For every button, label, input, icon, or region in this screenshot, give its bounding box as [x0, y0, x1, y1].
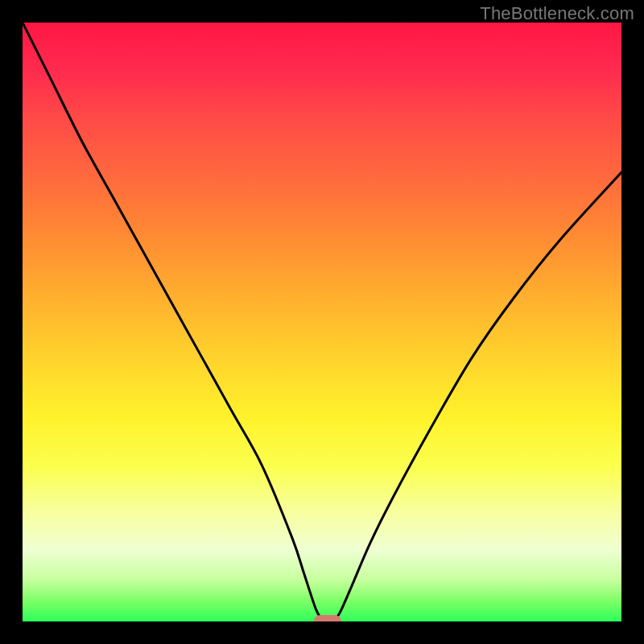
watermark-text: TheBottleneck.com	[480, 3, 634, 24]
plot-area	[23, 23, 621, 621]
bottleneck-curve	[23, 23, 621, 621]
chart-frame: TheBottleneck.com	[0, 0, 644, 644]
optimal-point-marker	[314, 615, 341, 621]
